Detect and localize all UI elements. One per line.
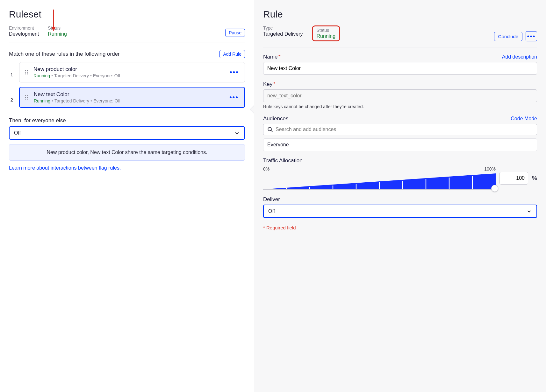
svg-point-3	[27, 70, 28, 71]
learn-more-link[interactable]: Learn more about interactions between fl…	[9, 165, 121, 171]
rule-card[interactable]: New product color Running•Targeted Deliv…	[19, 62, 245, 82]
rule-detail-pane: Rule Type Targeted Delivery Status Runni…	[254, 0, 546, 392]
rule-actions-menu[interactable]: •••	[228, 70, 240, 74]
audiences-label: Audiences	[263, 116, 288, 122]
rule-status-value: Running	[317, 33, 336, 39]
environment-meta: Environment Development	[9, 25, 39, 37]
key-label: Key	[263, 81, 272, 87]
key-helper-text: Rule keys cannot be changed after they'r…	[263, 104, 537, 109]
deliver-select[interactable]: Off	[263, 205, 537, 218]
svg-point-5	[27, 72, 28, 73]
environment-value: Development	[9, 31, 39, 37]
svg-point-7	[27, 74, 28, 74]
svg-point-10	[25, 97, 26, 98]
rule-type-value: Targeted Delivery	[263, 31, 303, 37]
percent-sign: %	[532, 175, 537, 182]
chevron-down-icon	[526, 208, 532, 214]
svg-point-13	[27, 99, 28, 100]
ruleset-status-meta: Status Running	[48, 25, 67, 37]
shared-targeting-banner: New product color, New text Color share …	[9, 144, 245, 161]
svg-point-12	[25, 99, 26, 100]
match-rules-heading: Match one of these rules in the followin…	[9, 51, 120, 57]
traffic-wedge-icon	[263, 172, 496, 190]
drag-handle-icon[interactable]	[24, 94, 30, 100]
search-icon	[267, 127, 273, 132]
rule-subtext: Running•Targeted Delivery•Everyone: Off	[34, 98, 224, 103]
add-rule-button[interactable]: Add Rule	[219, 50, 245, 58]
fallback-select[interactable]: Off	[9, 126, 245, 140]
audience-search[interactable]	[263, 124, 537, 135]
svg-point-9	[27, 95, 28, 96]
ruleset-status-label: Status	[48, 25, 67, 31]
svg-point-6	[25, 74, 26, 74]
rule-type-label: Type	[263, 25, 303, 31]
rule-index: 1	[9, 72, 15, 77]
traffic-slider[interactable]: 0% 100%	[263, 166, 496, 190]
slider-handle[interactable]	[491, 185, 498, 192]
traffic-label: Traffic Allocation	[263, 158, 537, 164]
deliver-value: Off	[268, 208, 275, 214]
audience-chip[interactable]: Everyone	[263, 138, 537, 151]
chevron-down-icon	[234, 130, 240, 136]
name-input[interactable]	[263, 62, 537, 75]
svg-point-11	[27, 97, 28, 98]
traffic-min: 0%	[263, 166, 269, 172]
svg-point-8	[25, 95, 26, 96]
conclude-button[interactable]: Conclude	[494, 32, 522, 41]
fallback-label: Then, for everyone else	[9, 117, 245, 124]
rule-subtext: Running•Targeted Delivery•Everyone: Off	[33, 73, 225, 78]
environment-label: Environment	[9, 25, 39, 31]
add-description-link[interactable]: Add description	[502, 54, 537, 60]
svg-line-15	[271, 130, 272, 132]
required-field-note: * Required field	[263, 225, 537, 230]
name-label: Name	[263, 54, 277, 60]
fallback-value: Off	[14, 130, 21, 136]
ruleset-status-value: Running	[48, 31, 67, 37]
traffic-max: 100%	[484, 166, 496, 172]
drag-handle-icon[interactable]	[24, 69, 30, 75]
rule-actions-menu[interactable]: •••	[228, 95, 240, 99]
rule-index: 2	[9, 97, 15, 102]
status-highlight-box: Status Running	[312, 25, 341, 41]
audience-search-input[interactable]	[276, 127, 533, 132]
svg-point-2	[25, 70, 26, 71]
pointer-triangle	[250, 105, 255, 114]
svg-point-14	[268, 127, 271, 131]
ruleset-pane: Ruleset Environment Development Status R…	[0, 0, 254, 392]
code-mode-link[interactable]: Code Mode	[511, 116, 537, 122]
svg-point-4	[25, 72, 26, 73]
pause-button[interactable]: Pause	[225, 29, 245, 37]
rule-title-heading: Rule	[263, 9, 537, 20]
rule-more-actions[interactable]: •••	[526, 31, 537, 41]
traffic-percent-input[interactable]	[499, 172, 528, 185]
key-input	[263, 89, 537, 102]
rule-type-meta: Type Targeted Delivery	[263, 25, 303, 41]
ruleset-title: Ruleset	[9, 9, 245, 20]
deliver-label: Deliver	[263, 196, 537, 203]
rule-status-label: Status	[317, 28, 336, 33]
rule-title: New text Color	[34, 91, 224, 98]
rule-card-selected[interactable]: New text Color Running•Targeted Delivery…	[19, 87, 245, 108]
rule-title: New product color	[33, 66, 225, 73]
